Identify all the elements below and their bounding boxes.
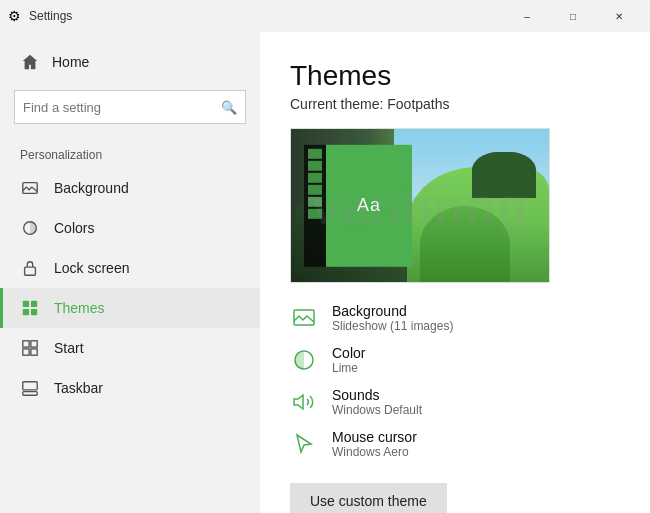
svg-rect-12 bbox=[23, 382, 37, 390]
svg-rect-10 bbox=[31, 349, 37, 355]
preview-window: Aa bbox=[326, 144, 412, 266]
detail-sub-color: Lime bbox=[332, 361, 365, 375]
start-icon bbox=[20, 338, 40, 358]
detail-row-background[interactable]: Background Slideshow (11 images) bbox=[290, 303, 620, 333]
sidebar-item-start[interactable]: Start bbox=[0, 328, 260, 368]
title-bar: ⚙ Settings – □ ✕ bbox=[0, 0, 650, 32]
minimize-button[interactable]: – bbox=[504, 0, 550, 32]
title-bar-title: Settings bbox=[29, 9, 504, 23]
nav-label-lock-screen: Lock screen bbox=[54, 260, 129, 276]
taskbar-item-1 bbox=[308, 148, 322, 158]
detail-title-background: Background bbox=[332, 303, 453, 319]
home-label: Home bbox=[52, 54, 89, 70]
detail-sub-cursor: Windows Aero bbox=[332, 445, 417, 459]
themes-icon bbox=[20, 298, 40, 318]
lock-icon bbox=[20, 258, 40, 278]
detail-text-background: Background Slideshow (11 images) bbox=[332, 303, 453, 333]
detail-row-mouse-cursor[interactable]: Mouse cursor Windows Aero bbox=[290, 429, 620, 459]
detail-sub-background: Slideshow (11 images) bbox=[332, 319, 453, 333]
detail-text-color: Color Lime bbox=[332, 345, 365, 375]
sidebar-item-lock-screen[interactable]: Lock screen bbox=[0, 248, 260, 288]
taskbar-icon bbox=[20, 378, 40, 398]
nav-label-colors: Colors bbox=[54, 220, 94, 236]
search-icon: 🔍 bbox=[221, 100, 237, 115]
preview-hill-mid bbox=[420, 206, 510, 283]
maximize-button[interactable]: □ bbox=[550, 0, 596, 32]
detail-row-color[interactable]: Color Lime bbox=[290, 345, 620, 375]
taskbar-item-5 bbox=[308, 196, 322, 206]
nav-label-background: Background bbox=[54, 180, 129, 196]
preview-trees bbox=[472, 152, 537, 198]
detail-title-sounds: Sounds bbox=[332, 387, 422, 403]
sidebar-item-background[interactable]: Background bbox=[0, 168, 260, 208]
detail-title-cursor: Mouse cursor bbox=[332, 429, 417, 445]
nav-label-themes: Themes bbox=[54, 300, 105, 316]
detail-sub-sounds: Windows Default bbox=[332, 403, 422, 417]
title-bar-controls: – □ ✕ bbox=[504, 0, 642, 32]
sidebar-item-themes[interactable]: Themes bbox=[0, 288, 260, 328]
detail-text-cursor: Mouse cursor Windows Aero bbox=[332, 429, 417, 459]
search-box[interactable]: 🔍 bbox=[14, 90, 246, 124]
colors-icon bbox=[20, 218, 40, 238]
theme-details: Background Slideshow (11 images) Color L… bbox=[290, 303, 620, 459]
sidebar-item-colors[interactable]: Colors bbox=[0, 208, 260, 248]
cursor-detail-icon bbox=[290, 430, 318, 458]
preview-overlay: Aa bbox=[304, 144, 412, 266]
background-icon bbox=[20, 178, 40, 198]
detail-row-sounds[interactable]: Sounds Windows Default bbox=[290, 387, 620, 417]
theme-preview: Aa vantinng bbox=[290, 128, 550, 283]
home-icon bbox=[20, 52, 40, 72]
svg-rect-7 bbox=[23, 341, 29, 347]
detail-text-sounds: Sounds Windows Default bbox=[332, 387, 422, 417]
app-icon: ⚙ bbox=[8, 8, 21, 24]
preview-taskbar bbox=[304, 144, 326, 266]
current-theme-label: Current theme: Footpaths bbox=[290, 96, 620, 112]
close-button[interactable]: ✕ bbox=[596, 0, 642, 32]
svg-rect-11 bbox=[23, 392, 37, 396]
taskbar-item-4 bbox=[308, 184, 322, 194]
svg-rect-6 bbox=[31, 309, 37, 315]
app-body: Home 🔍 Personalization Background Colors bbox=[0, 32, 650, 513]
taskbar-item-6 bbox=[308, 208, 322, 218]
svg-rect-9 bbox=[23, 349, 29, 355]
background-detail-icon bbox=[290, 304, 318, 332]
svg-marker-15 bbox=[294, 395, 303, 409]
svg-rect-8 bbox=[31, 341, 37, 347]
section-label: Personalization bbox=[0, 140, 260, 168]
main-content: Themes Current theme: Footpaths Aa bbox=[260, 32, 650, 513]
svg-rect-4 bbox=[31, 301, 37, 307]
sidebar-item-taskbar[interactable]: Taskbar bbox=[0, 368, 260, 408]
sidebar-item-home[interactable]: Home bbox=[0, 42, 260, 82]
svg-rect-5 bbox=[23, 309, 29, 315]
search-input[interactable] bbox=[23, 100, 221, 115]
svg-rect-2 bbox=[25, 267, 36, 275]
color-detail-icon bbox=[290, 346, 318, 374]
detail-title-color: Color bbox=[332, 345, 365, 361]
nav-label-taskbar: Taskbar bbox=[54, 380, 103, 396]
taskbar-item-2 bbox=[308, 160, 322, 170]
svg-rect-3 bbox=[23, 301, 29, 307]
nav-label-start: Start bbox=[54, 340, 84, 356]
use-custom-theme-button[interactable]: Use custom theme bbox=[290, 483, 447, 513]
page-title: Themes bbox=[290, 60, 620, 92]
taskbar-item-3 bbox=[308, 172, 322, 182]
sounds-detail-icon bbox=[290, 388, 318, 416]
sidebar: Home 🔍 Personalization Background Colors bbox=[0, 32, 260, 513]
